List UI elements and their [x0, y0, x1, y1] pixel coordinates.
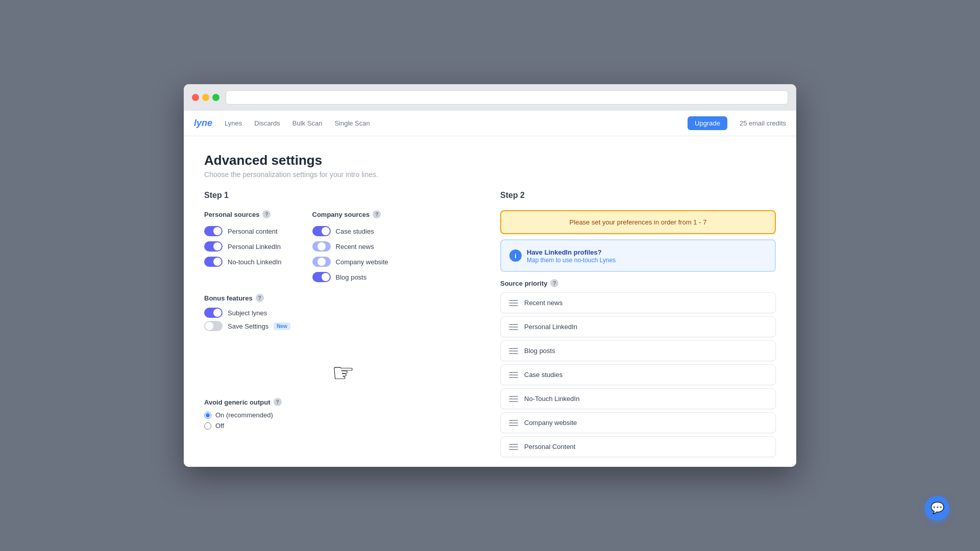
new-badge: New — [274, 322, 290, 330]
priority-item-label: Recent news — [524, 299, 562, 307]
drag-handle — [509, 300, 518, 306]
personal-sources-help-icon[interactable]: ? — [262, 210, 271, 218]
personal-sources-group: Personal sources ? Personal content Pers… — [204, 210, 282, 284]
avoid-on-row: On (recommended) — [204, 411, 480, 419]
no-touch-linkedin-label: No-touch LinkedIn — [228, 258, 282, 266]
app-nav: lyne Lynes Discards Bulk Scan Single Sca… — [184, 111, 796, 136]
app-logo: lyne — [194, 118, 212, 129]
save-settings-toggle[interactable] — [204, 321, 223, 331]
bonus-features-help-icon[interactable]: ? — [256, 294, 264, 302]
traffic-lights — [192, 94, 219, 101]
upgrade-button[interactable]: Upgrade — [688, 116, 727, 130]
minimize-button[interactable] — [202, 94, 209, 101]
avoid-on-radio[interactable] — [204, 412, 211, 419]
cursor-area: ☞ — [204, 343, 480, 384]
source-priority-help-icon[interactable]: ? — [550, 279, 558, 287]
avoid-off-label: Off — [215, 422, 224, 430]
step1-label: Step 1 — [204, 191, 480, 200]
address-bar[interactable] — [226, 90, 788, 105]
company-website-row: Company website — [312, 255, 388, 268]
company-sources-help-icon[interactable]: ? — [373, 210, 381, 218]
priority-item[interactable]: Recent news — [500, 292, 776, 313]
company-website-toggle[interactable] — [312, 257, 331, 267]
nav-bulk-scan[interactable]: Bulk Scan — [292, 119, 323, 127]
personal-linkedin-toggle[interactable] — [204, 241, 223, 252]
avoid-off-row: Off — [204, 422, 480, 430]
personal-linkedin-label: Personal LinkedIn — [228, 243, 281, 251]
blog-posts-label: Blog posts — [336, 273, 367, 281]
avoid-generic-help-icon[interactable]: ? — [274, 398, 282, 406]
browser-titlebar — [184, 84, 796, 111]
chat-icon: 💬 — [930, 502, 944, 515]
blog-posts-row: Blog posts — [312, 270, 388, 284]
personal-linkedin-row: Personal LinkedIn — [204, 240, 282, 253]
priority-list: Recent news Personal LinkedIn Blog posts… — [500, 292, 776, 457]
recent-news-toggle[interactable] — [312, 241, 331, 252]
bonus-features-section: Bonus features ? Subject lynes Save Sett… — [204, 294, 480, 333]
linkedin-info-icon: i — [509, 249, 522, 262]
company-website-label: Company website — [336, 258, 388, 266]
priority-item-label: Case studies — [524, 371, 562, 379]
personal-content-label: Personal content — [228, 228, 278, 235]
preferences-box: Please set your preferences in order fro… — [500, 210, 776, 234]
drag-handle — [509, 372, 518, 378]
drag-handle — [509, 348, 518, 354]
priority-item[interactable]: Blog posts — [500, 340, 776, 361]
priority-item[interactable]: Personal LinkedIn — [500, 316, 776, 337]
priority-item[interactable]: Company website — [500, 412, 776, 433]
save-settings-row: Save Settings New — [204, 319, 480, 333]
priority-item-label: Personal Content — [524, 443, 575, 450]
case-studies-row: Case studies — [312, 224, 388, 238]
drag-handle — [509, 444, 518, 450]
cursor-illustration: ☞ — [332, 358, 355, 388]
priority-item[interactable]: Case studies — [500, 364, 776, 385]
avoid-off-radio[interactable] — [204, 422, 211, 430]
bonus-features-title: Bonus features ? — [204, 294, 480, 302]
blog-posts-toggle[interactable] — [312, 272, 331, 282]
drag-handle — [509, 396, 518, 402]
no-touch-linkedin-toggle[interactable] — [204, 257, 223, 267]
recent-news-label: Recent news — [336, 243, 374, 251]
save-settings-label: Save Settings — [228, 322, 268, 330]
linkedin-subtitle: Map them to use no-touch Lynes — [527, 257, 616, 264]
avoid-on-label: On (recommended) — [215, 411, 273, 419]
preferences-text: Please set your preferences in order fro… — [509, 218, 767, 226]
drag-handle — [509, 324, 518, 330]
subject-lynes-toggle[interactable] — [204, 308, 223, 318]
chat-button[interactable]: 💬 — [925, 496, 949, 520]
page-subtitle: Choose the personalization settings for … — [204, 170, 776, 179]
avoid-generic-title: Avoid generic output ? — [204, 398, 480, 406]
main-content: Advanced settings Choose the personaliza… — [184, 136, 796, 467]
priority-item-label: No-Touch LinkedIn — [524, 395, 579, 403]
company-sources-group: Company sources ? Case studies Recent ne… — [312, 210, 388, 284]
steps-row: Step 1 Personal sources ? Personal conte… — [204, 191, 776, 457]
recent-news-row: Recent news — [312, 240, 388, 253]
priority-item[interactable]: No-Touch LinkedIn — [500, 388, 776, 409]
priority-item-label: Blog posts — [524, 347, 555, 355]
no-touch-linkedin-row: No-touch LinkedIn — [204, 255, 282, 268]
maximize-button[interactable] — [212, 94, 219, 101]
close-button[interactable] — [192, 94, 199, 101]
personal-sources-title: Personal sources ? — [204, 210, 282, 218]
priority-item[interactable]: Personal Content — [500, 436, 776, 457]
priority-item-label: Company website — [524, 419, 577, 427]
step2-label: Step 2 — [500, 191, 776, 200]
nav-lynes[interactable]: Lynes — [225, 119, 242, 127]
nav-credits: 25 email credits — [740, 119, 786, 127]
personal-content-row: Personal content — [204, 224, 282, 238]
company-sources-title: Company sources ? — [312, 210, 388, 218]
avoid-generic-section: Avoid generic output ? On (recommended) … — [204, 398, 480, 430]
nav-single-scan[interactable]: Single Scan — [334, 119, 370, 127]
nav-discards[interactable]: Discards — [254, 119, 280, 127]
priority-item-label: Personal LinkedIn — [524, 323, 577, 331]
personal-content-toggle[interactable] — [204, 226, 223, 236]
subject-lynes-label: Subject lynes — [228, 309, 267, 317]
case-studies-toggle[interactable] — [312, 226, 331, 236]
drag-handle — [509, 420, 518, 426]
page-title: Advanced settings — [204, 153, 776, 168]
browser-window: lyne Lynes Discards Bulk Scan Single Sca… — [184, 84, 796, 467]
linkedin-text: Have LinkedIn profiles? Map them to use … — [527, 247, 616, 264]
step2-panel: Step 2 Please set your preferences in or… — [500, 191, 776, 457]
subject-lynes-row: Subject lynes — [204, 306, 480, 319]
linkedin-box: i Have LinkedIn profiles? Map them to us… — [500, 239, 776, 272]
